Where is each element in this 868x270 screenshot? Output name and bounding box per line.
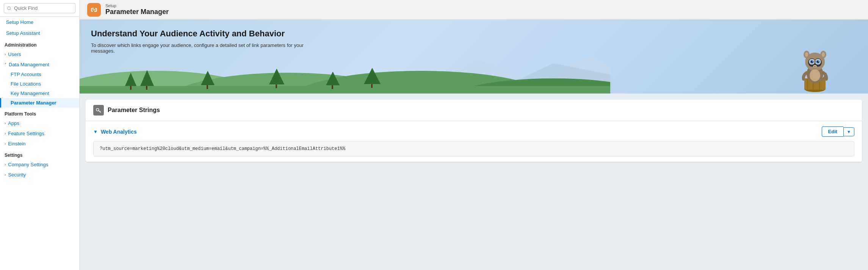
sidebar-group-data-management-label: Data Management [9,62,49,67]
title-area: Setup Parameter Manager [105,3,169,16]
svg-point-30 [822,52,825,57]
sidebar-group-einstein-label: Einstein [8,141,25,147]
key-icon [93,105,104,115]
svg-point-39 [812,61,813,62]
web-analytics-header: ▼ Web Analytics Edit ▼ [93,126,854,137]
sidebar-group-users-label: Users [8,52,21,57]
sidebar-item-file-locations[interactable]: File Locations [0,79,79,89]
param-strings-header: Parameter Strings [86,100,862,121]
edit-dropdown-button[interactable]: ▼ [843,127,854,136]
web-analytics-row: ▼ Web Analytics Edit ▼ ?utm_source=marke… [86,121,862,162]
svg-point-45 [810,69,820,81]
page-header: Setup Parameter Manager [80,0,868,20]
content-area: Understand Your Audience Activity and Be… [80,20,868,270]
utm-string-display: ?utm_source=marketing%20cloud&utm_medium… [93,141,854,156]
setup-label: Setup [105,3,169,8]
param-strings-section: Parameter Strings ▼ Web Analytics Edit ▼… [86,100,862,162]
sidebar-group-apps[interactable]: › Apps [0,118,79,128]
svg-point-44 [815,66,816,67]
banner-landscape-svg [80,52,610,94]
banner-character [792,33,838,94]
svg-rect-17 [276,84,277,88]
sidebar-group-users[interactable]: › Users [0,49,79,59]
sidebar-group-data-management[interactable]: ˅ Data Management [0,59,79,70]
edit-button[interactable]: Edit [822,126,844,137]
search-input[interactable] [4,3,75,13]
sidebar: Setup Home Setup Assistant Administratio… [0,0,80,270]
chevron-down-icon: ˅ [5,62,6,67]
web-analytics-collapse-btn[interactable]: ▼ [93,129,98,134]
chevron-right-icon-feature: › [5,131,6,136]
search-box [0,0,79,17]
chevron-right-icon-apps: › [5,121,6,125]
sidebar-group-einstein[interactable]: › Einstein [0,139,79,149]
banner-description: To discover which links engage your audi… [91,42,318,54]
param-strings-title: Parameter Strings [108,107,160,114]
sidebar-link-setup-home[interactable]: Setup Home [0,17,79,28]
svg-rect-41 [814,61,816,62]
svg-rect-18 [332,85,333,89]
sidebar-group-feature-settings[interactable]: › Feature Settings [0,128,79,139]
chevron-right-icon: › [5,52,6,56]
edit-btn-group: Edit ▼ [822,126,854,137]
chevron-right-icon-company: › [5,162,6,167]
sidebar-group-apps-label: Apps [8,120,19,126]
chevron-right-icon-security: › [5,173,6,177]
sidebar-item-ftp-accounts[interactable]: FTP Accounts [0,70,79,79]
svg-rect-15 [146,86,147,90]
banner-text: Understand Your Audience Activity and Be… [91,29,318,54]
banner-heading: Understand Your Audience Activity and Be… [91,29,318,39]
sidebar-group-company-settings[interactable]: › Company Settings [0,159,79,170]
svg-point-29 [805,52,808,57]
app-logo [87,3,101,17]
main-area: Setup Parameter Manager Understand Your … [80,0,868,270]
svg-rect-19 [371,84,373,88]
svg-point-40 [818,61,819,62]
sidebar-group-feature-settings-label: Feature Settings [8,131,44,136]
sidebar-section-administration: Administration [0,39,79,49]
banner: Understand Your Audience Activity and Be… [80,20,868,94]
page-title: Parameter Manager [105,8,169,16]
sidebar-section-settings: Settings [0,149,79,159]
web-analytics-link[interactable]: Web Analytics [101,129,137,135]
sidebar-link-setup-assistant[interactable]: Setup Assistant [0,28,79,39]
svg-rect-7 [80,86,610,94]
chevron-right-icon-einstein: › [5,142,6,146]
sidebar-group-security-label: Security [8,172,26,178]
sidebar-item-key-management[interactable]: Key Management [0,89,79,98]
sidebar-item-parameter-manager[interactable]: Parameter Manager [0,98,79,108]
svg-rect-16 [207,85,208,89]
sidebar-group-security[interactable]: › Security [0,170,79,180]
web-analytics-header-left: ▼ Web Analytics [93,129,137,135]
sidebar-group-company-settings-label: Company Settings [8,162,48,167]
svg-rect-14 [130,86,132,90]
sidebar-section-platform-tools: Platform Tools [0,108,79,118]
